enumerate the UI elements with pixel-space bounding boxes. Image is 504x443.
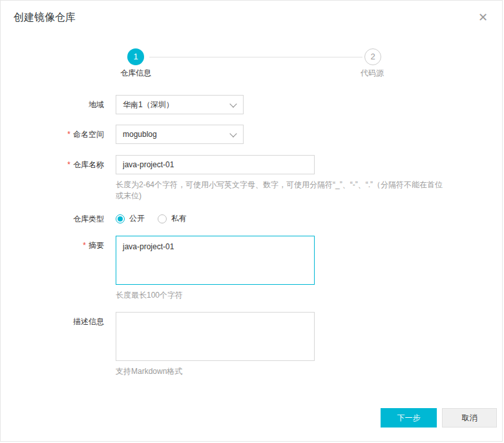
chevron-down-icon xyxy=(229,100,236,107)
repo-name-input[interactable] xyxy=(116,155,315,174)
radio-unselected-icon xyxy=(158,214,167,223)
required-asterisk: * xyxy=(67,130,70,139)
next-step-button[interactable]: 下一步 xyxy=(381,408,437,428)
description-hint: 支持Markdown格式 xyxy=(116,366,182,377)
namespace-select-value: mogublog xyxy=(123,130,157,139)
required-asterisk: * xyxy=(83,241,86,250)
repo-type-radio-group: 公开 私有 xyxy=(116,213,200,224)
summary-textarea[interactable]: java-project-01 xyxy=(116,236,315,285)
namespace-select[interactable]: mogublog xyxy=(116,125,244,144)
cancel-button[interactable]: 取消 xyxy=(442,408,497,428)
description-label: 描述信息 xyxy=(1,317,104,326)
region-label: 地域 xyxy=(1,95,104,114)
region-select-value: 华南1（深圳） xyxy=(123,100,174,109)
chevron-down-icon xyxy=(229,130,236,137)
radio-private[interactable]: 私有 xyxy=(158,213,187,224)
repo-type-label: 仓库类型 xyxy=(1,214,104,223)
radio-private-label: 私有 xyxy=(171,213,187,224)
step-2-label: 代码源 xyxy=(361,68,384,79)
dialog-title: 创建镜像仓库 xyxy=(14,11,76,25)
create-image-repo-dialog: 创建镜像仓库 ✕ 1 2 仓库信息 代码源 地域 华南1（深圳） *命名空间 m… xyxy=(0,0,503,442)
radio-selected-icon xyxy=(116,214,125,223)
radio-public[interactable]: 公开 xyxy=(116,213,145,224)
namespace-label: *命名空间 xyxy=(1,125,104,144)
required-asterisk: * xyxy=(67,160,70,169)
description-textarea[interactable] xyxy=(116,312,315,361)
close-icon[interactable]: ✕ xyxy=(478,11,488,24)
summary-label: *摘要 xyxy=(1,241,104,250)
stepper-connector-line xyxy=(149,57,362,57)
region-select[interactable]: 华南1（深圳） xyxy=(116,95,244,114)
radio-public-label: 公开 xyxy=(129,213,145,224)
step-1-circle: 1 xyxy=(127,48,144,65)
repo-name-hint: 长度为2-64个字符，可使用小写英文字母、数字，可使用分隔符“_”、“-”、“.… xyxy=(116,180,449,201)
summary-hint: 长度最长100个字符 xyxy=(116,290,183,301)
step-1-label: 仓库信息 xyxy=(120,68,151,79)
repo-name-label: *仓库名称 xyxy=(1,155,104,174)
step-2-circle: 2 xyxy=(364,48,381,65)
